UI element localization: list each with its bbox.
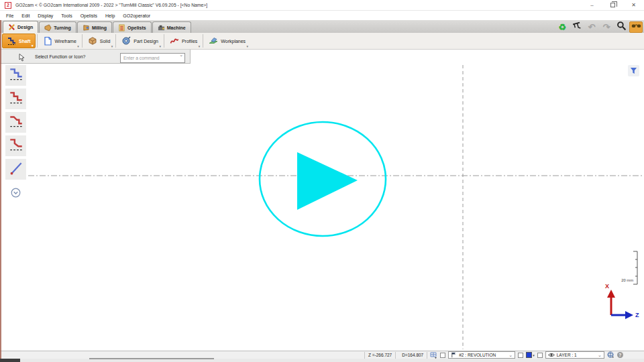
magnifier-icon [616, 21, 627, 34]
menu-tools[interactable]: Tools [57, 13, 76, 18]
layer-eye-icon [548, 353, 555, 358]
taskbar-segment [0, 359, 20, 362]
tab-milling[interactable]: Milling [77, 21, 112, 33]
milling-icon [83, 24, 90, 32]
close-icon: ✕ [631, 2, 636, 8]
profiles-button[interactable]: Profiles ▾ [166, 34, 201, 48]
window-title: GO2cam < © GO2cam International 2009 - 2… [15, 3, 207, 7]
close-button[interactable]: ✕ [623, 0, 644, 11]
help-button[interactable]: ? [617, 352, 623, 358]
glasses-icon [631, 21, 641, 34]
spindle-checkbox[interactable] [440, 353, 445, 358]
profiles-dropdown-icon: ▾ [199, 45, 201, 48]
title-bar: 2 GO2cam < © GO2cam International 2009 -… [0, 0, 644, 11]
ribbon-tab-band: Design Turning Milling Opelists Machine [0, 20, 644, 33]
menu-bar: File Edit Display Tools Opelists Help GO… [0, 11, 644, 20]
menu-edit[interactable]: Edit [17, 13, 34, 18]
view-orientation-button[interactable] [607, 351, 614, 359]
axis-z-label: Z [635, 312, 639, 318]
layer-combo-value: LAYER : 1 [557, 353, 577, 357]
command-combo: ⌄ [120, 50, 185, 63]
caliper-icon [572, 21, 582, 34]
wireframe-button[interactable]: Wireframe ▾ [39, 34, 80, 48]
axis-triad: X Z [597, 280, 643, 320]
solid-button[interactable]: Solid ▾ [84, 34, 115, 48]
zoom-button[interactable] [614, 21, 628, 33]
redo-button[interactable]: ↷ [600, 21, 613, 33]
tab-machine-label: Machine [167, 25, 186, 30]
regenerate-button[interactable]: ♻ [555, 21, 569, 33]
spindle-combo-value: #2 : REVOLUTION [459, 353, 496, 357]
regenerate-icon: ♻ [558, 23, 566, 32]
turning-icon [44, 24, 52, 32]
tab-machine[interactable]: Machine [152, 21, 191, 33]
toolbar-separator [82, 34, 83, 48]
play-overlay[interactable] [255, 114, 392, 248]
color-dropdown-icon: ▾ [533, 354, 535, 357]
workplanes-icon [209, 36, 218, 46]
filter-button[interactable] [628, 65, 639, 76]
minimize-button[interactable]: – [582, 0, 602, 11]
undo-button[interactable]: ↶ [585, 21, 598, 33]
tab-milling-label: Milling [92, 25, 107, 30]
layer-checkbox[interactable] [537, 353, 543, 358]
spindle-combo[interactable]: #2 : REVOLUTION ⌄ [448, 351, 515, 359]
shaft-label: Shaft [19, 39, 31, 44]
workplanes-label: Workplanes [221, 39, 246, 44]
tab-opelists-label: Opelists [127, 25, 146, 30]
layer-combo[interactable]: LAYER : 1 ⌄ [545, 351, 604, 359]
command-input[interactable] [120, 53, 185, 63]
color-picker-button[interactable]: ▾ [526, 352, 535, 358]
grid-toggle-button[interactable] [430, 352, 437, 359]
window-left-edge [0, 20, 1, 359]
shaft-icon [7, 36, 16, 46]
layer-combo-chevron-icon: ⌄ [598, 353, 602, 358]
app-icon: 2 [5, 2, 11, 9]
prompt-bar: Select Function or Icon? ⌄ [0, 50, 191, 64]
profiles-label: Profiles [182, 39, 197, 44]
tab-turning[interactable]: Turning [39, 21, 76, 33]
solid-dropdown-icon: ▾ [111, 45, 113, 48]
part-design-dropdown-icon: ▾ [159, 45, 161, 48]
opelists-icon [118, 24, 125, 32]
z-coordinate: Z =-266.727 [364, 352, 396, 359]
toolbar-separator [164, 34, 164, 48]
window-controls: – ✕ [582, 0, 644, 11]
toolbar-separator [203, 34, 203, 48]
toolbar-separator [37, 34, 38, 48]
menu-display[interactable]: Display [34, 13, 57, 18]
toolbar-separator [115, 34, 116, 48]
menu-go2operator[interactable]: GO2operator [119, 13, 154, 18]
tab-design[interactable]: Design [3, 21, 38, 33]
restore-button[interactable] [602, 0, 623, 11]
undo-icon: ↶ [588, 23, 596, 32]
measure-button[interactable] [570, 21, 584, 33]
workplanes-button[interactable]: Workplanes ▾ [205, 34, 250, 48]
shaft-button[interactable]: Shaft ▾ [2, 34, 36, 48]
part-design-icon [121, 36, 131, 46]
menu-file[interactable]: File [2, 13, 17, 18]
minimize-icon: – [590, 2, 593, 8]
wireframe-label: Wireframe [55, 39, 76, 44]
color-checkbox[interactable] [518, 353, 523, 358]
solid-label: Solid [100, 39, 111, 44]
view-mode-button[interactable] [629, 21, 643, 33]
shaft-dropdown-icon: ▾ [32, 44, 34, 48]
menu-help[interactable]: Help [101, 13, 119, 18]
wireframe-dropdown-icon: ▾ [77, 45, 79, 48]
taskbar-edge [89, 358, 214, 359]
filter-icon [630, 65, 637, 77]
axis-x-label: X [605, 283, 609, 290]
tab-opelists[interactable]: Opelists [113, 21, 152, 33]
menu-opelists[interactable]: Opelists [76, 13, 101, 18]
restore-icon [610, 3, 615, 7]
part-design-button[interactable]: Part Design ▾ [117, 34, 162, 48]
prompt-label: Select Function or Icon? [35, 54, 86, 59]
command-dropdown-icon[interactable]: ⌄ [179, 52, 183, 58]
quick-icons-row1: ♻ ↶ ↷ [555, 21, 643, 33]
redo-icon: ↷ [603, 23, 610, 32]
profiles-icon [170, 36, 179, 46]
machine-icon [158, 24, 165, 32]
design-icon [8, 23, 15, 31]
color-swatch [526, 352, 532, 358]
